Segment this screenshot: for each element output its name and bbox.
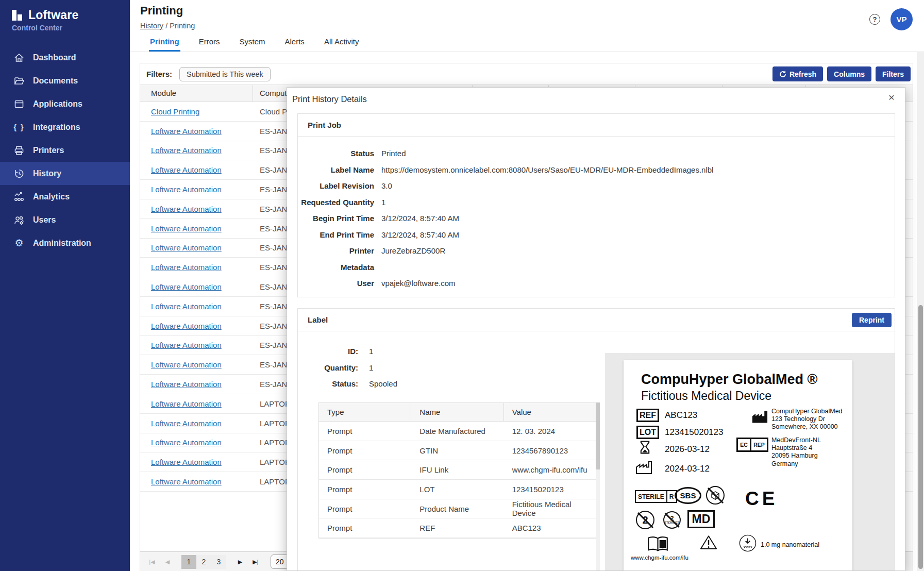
prompt-row: PromptIFU Linkwww.chgm-ifu.com/ifu (319, 460, 596, 480)
help-button[interactable]: ? (869, 14, 880, 25)
sidebar-item-documents[interactable]: Documents (0, 69, 130, 92)
scrollbar-thumb[interactable] (918, 305, 923, 569)
sterile-symbol: STERILE R (635, 490, 677, 503)
filters-button[interactable]: Filters (876, 66, 911, 81)
filter-chip[interactable]: Submitted is This week (179, 67, 271, 81)
tab-printing[interactable]: Printing (149, 32, 180, 52)
prompt-name-cell: GTIN (411, 441, 503, 460)
sidebar-item-dashboard[interactable]: Dashboard (0, 46, 130, 69)
sidebar-item-users[interactable]: Users (0, 208, 130, 231)
avatar[interactable]: VP (891, 8, 913, 30)
prompt-value-cell: ABC123 (504, 518, 596, 538)
prompt-type-cell: Prompt (319, 499, 411, 518)
field-label: End Print Time (298, 230, 374, 239)
module-link[interactable]: Loftware Automation (151, 146, 222, 155)
tab-errors[interactable]: Errors (198, 32, 221, 52)
field-row: End Print Time3/12/2024, 8:57:40 AM (298, 227, 895, 243)
module-link[interactable]: Loftware Automation (151, 399, 222, 408)
logo-subtitle: Control Center (0, 22, 130, 32)
ifu-url: www.chgm-ifu.com/ifu (631, 555, 688, 561)
do-not-resterilize-icon: 2 STERILIZE (663, 511, 681, 529)
prompt-type-cell: Prompt (319, 518, 411, 538)
breadcrumb-history-link[interactable]: History (140, 22, 163, 30)
label-card-header: Label Reprint (298, 309, 895, 331)
module-link[interactable]: Loftware Automation (151, 341, 222, 349)
sidebar-item-printers[interactable]: Printers (0, 139, 130, 162)
prompt-row: PromptGTIN1234567890123 (319, 441, 596, 461)
prompt-value-cell: 123415020123 (504, 480, 596, 499)
module-link[interactable]: Loftware Automation (151, 302, 222, 311)
reprint-button[interactable]: Reprint (852, 313, 892, 327)
label-card: Label Reprint ID:1Quantity:1Status:Spool… (297, 308, 895, 571)
page-size-value: 20 (276, 558, 284, 566)
use-by-hourglass-icon (639, 440, 651, 457)
sidebar-item-label: Printers (33, 146, 64, 155)
prompts-table-body: PromptDate Manufactured12. 03. 2024Promp… (319, 422, 596, 538)
breadcrumb: History / Printing (140, 22, 195, 30)
module-link[interactable]: Loftware Automation (151, 322, 222, 330)
tab-all-activity[interactable]: All Activity (323, 32, 360, 52)
previous-page-button[interactable]: ◀ (160, 559, 175, 565)
manufacturer-factory-icon (751, 409, 768, 426)
module-link[interactable]: Loftware Automation (151, 243, 222, 252)
module-link[interactable]: Loftware Automation (151, 185, 222, 194)
prompt-name-cell: REF (411, 518, 503, 538)
home-icon (13, 52, 25, 63)
module-link[interactable]: Loftware Automation (151, 360, 222, 369)
sidebar-item-analytics[interactable]: Analytics (0, 185, 130, 208)
ref-value: ABC123 (665, 410, 697, 421)
prompt-type-cell: Prompt (319, 460, 411, 479)
tab-alerts[interactable]: Alerts (284, 32, 306, 52)
prompt-value-cell: Fictitious Medical Device (504, 499, 596, 518)
next-page-button[interactable]: ▶ (232, 559, 248, 565)
sidebar-item-applications[interactable]: Applications (0, 92, 130, 115)
module-link[interactable]: Loftware Automation (151, 477, 222, 486)
folder-icon (13, 75, 25, 87)
print-job-fields: StatusPrintedLabel Namehttps://demosyste… (298, 137, 895, 292)
page-button-2[interactable]: 2 (196, 555, 211, 569)
first-page-button[interactable]: |◀ (144, 559, 160, 565)
analytics-icon (13, 191, 25, 203)
ec-rep-symbol: EC REP (736, 438, 768, 452)
close-icon[interactable]: × (888, 92, 895, 103)
field-label: Requested Quantity (298, 198, 374, 207)
sidebar-nav: DashboardDocumentsApplications{ }Integra… (0, 46, 130, 255)
page-scrollbar[interactable] (917, 52, 924, 571)
do-not-reuse-icon: 2 (636, 511, 654, 529)
page-button-1[interactable]: 1 (181, 555, 196, 569)
last-page-button[interactable]: ▶| (248, 559, 263, 565)
module-link[interactable]: Loftware Automation (151, 263, 222, 272)
prompts-scrollbar-thumb[interactable] (596, 402, 600, 469)
module-link[interactable]: Loftware Automation (151, 127, 222, 136)
module-link[interactable]: Cloud Printing (151, 107, 199, 116)
module-link[interactable]: Loftware Automation (151, 458, 222, 466)
field-value: https://demosystem.onnicelabel.com:8080/… (381, 165, 713, 174)
gear-icon: ⚙ (13, 238, 25, 249)
field-value: 1 (381, 198, 385, 207)
field-value: 3/12/2024, 8:57:40 AM (381, 214, 459, 223)
label-section-title: Label (308, 315, 328, 324)
module-link[interactable]: Loftware Automation (151, 438, 222, 447)
columns-button[interactable]: Columns (827, 66, 871, 81)
sidebar-item-administration[interactable]: ⚙Administration (0, 231, 130, 255)
page-button-3[interactable]: 3 (211, 555, 226, 569)
prompt-name-cell: Product Name (411, 499, 503, 518)
module-link[interactable]: Loftware Automation (151, 205, 222, 213)
sidebar-item-integrations[interactable]: { }Integrations (0, 115, 130, 139)
tab-system[interactable]: System (239, 32, 266, 52)
module-link[interactable]: Loftware Automation (151, 165, 222, 174)
filters-bar: Filters: Submitted is This week Refresh … (140, 63, 913, 85)
module-link[interactable]: Loftware Automation (151, 224, 222, 233)
module-link[interactable]: Loftware Automation (151, 282, 222, 291)
refresh-button[interactable]: Refresh (772, 66, 823, 81)
prompts-scrollbar[interactable] (596, 402, 600, 570)
field-row: PrinterJureZebraZD500R (298, 243, 895, 259)
prompt-column-value: Value (504, 403, 596, 421)
sidebar-item-history[interactable]: History (0, 162, 130, 185)
lot-symbol: LOT (636, 426, 659, 439)
sidebar-item-label: Dashboard (33, 53, 76, 62)
module-link[interactable]: Loftware Automation (151, 380, 222, 389)
field-label: Begin Print Time (298, 214, 374, 223)
prompt-row: PromptDate Manufactured12. 03. 2024 (319, 422, 596, 441)
module-link[interactable]: Loftware Automation (151, 419, 222, 428)
